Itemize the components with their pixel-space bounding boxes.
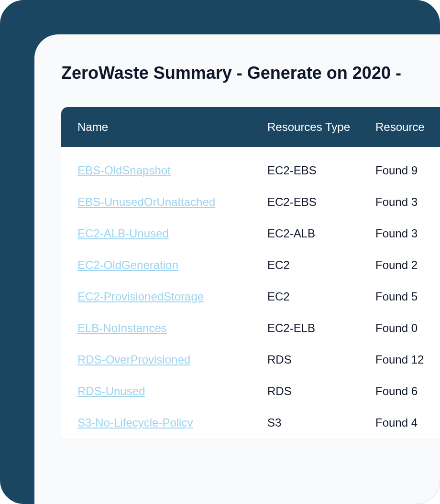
resource-type: EC2-EBS bbox=[267, 195, 375, 209]
resource-result: Found 9 bbox=[375, 164, 418, 177]
resource-result: Found 6 bbox=[375, 385, 418, 398]
resource-result: Found 3 bbox=[375, 227, 418, 240]
resource-name-link[interactable]: EBS-UnusedOrUnattached bbox=[77, 195, 215, 208]
resource-name-link[interactable]: RDS-Unused bbox=[77, 385, 145, 397]
resource-type: S3 bbox=[267, 416, 375, 429]
summary-table: Name Resources Type Resource EBS-OldSnap… bbox=[61, 107, 440, 439]
resource-type: RDS bbox=[267, 385, 375, 398]
resource-type: RDS bbox=[267, 353, 375, 366]
table-row: EC2-ALB-Unused EC2-ALB Found 3 bbox=[77, 218, 424, 249]
resource-name-link[interactable]: EC2-ProvisionedStorage bbox=[77, 290, 204, 303]
table-body: EBS-OldSnapshot EC2-EBS Found 9 EBS-Unus… bbox=[61, 147, 440, 439]
resource-result: Found 4 bbox=[375, 416, 418, 429]
resource-result: Found 12 bbox=[375, 353, 424, 366]
table-row: S3-No-Lifecycle-Policy S3 Found 4 bbox=[77, 407, 424, 439]
table-row: EBS-OldSnapshot EC2-EBS Found 9 bbox=[77, 155, 424, 186]
report-card: ZeroWaste Summary - Generate on 2020 - N… bbox=[34, 34, 440, 504]
table-row: RDS-OverProvisioned RDS Found 12 bbox=[77, 344, 424, 375]
resource-name-link[interactable]: EBS-OldSnapshot bbox=[77, 164, 171, 177]
resource-type: EC2-ALB bbox=[267, 227, 375, 240]
table-row: RDS-Unused RDS Found 6 bbox=[77, 375, 424, 407]
page-title: ZeroWaste Summary - Generate on 2020 - bbox=[61, 63, 440, 83]
table-row: EC2-OldGeneration EC2 Found 2 bbox=[77, 249, 424, 281]
table-row: ELB-NoInstances EC2-ELB Found 0 bbox=[77, 312, 424, 344]
resource-name-link[interactable]: ELB-NoInstances bbox=[77, 322, 167, 334]
resource-result: Found 0 bbox=[375, 322, 418, 335]
resource-type: EC2 bbox=[267, 290, 375, 303]
header-name: Name bbox=[77, 120, 267, 134]
outer-container: ZeroWaste Summary - Generate on 2020 - N… bbox=[0, 0, 440, 504]
table-row: EBS-UnusedOrUnattached EC2-EBS Found 3 bbox=[77, 186, 424, 218]
resource-result: Found 3 bbox=[375, 195, 418, 209]
resource-name-link[interactable]: EC2-OldGeneration bbox=[77, 258, 178, 271]
resource-type: EC2-EBS bbox=[267, 164, 375, 177]
resource-name-link[interactable]: RDS-OverProvisioned bbox=[77, 353, 190, 366]
resource-result: Found 5 bbox=[375, 290, 418, 303]
header-type: Resources Type bbox=[267, 120, 375, 134]
resource-result: Found 2 bbox=[375, 258, 418, 272]
resource-type: EC2-ELB bbox=[267, 322, 375, 335]
resource-name-link[interactable]: S3-No-Lifecycle-Policy bbox=[77, 416, 193, 429]
table-row: EC2-ProvisionedStorage EC2 Found 5 bbox=[77, 281, 424, 312]
resource-type: EC2 bbox=[267, 258, 375, 272]
resource-name-link[interactable]: EC2-ALB-Unused bbox=[77, 227, 169, 240]
header-result: Resource bbox=[375, 120, 425, 134]
table-header: Name Resources Type Resource bbox=[61, 107, 440, 147]
